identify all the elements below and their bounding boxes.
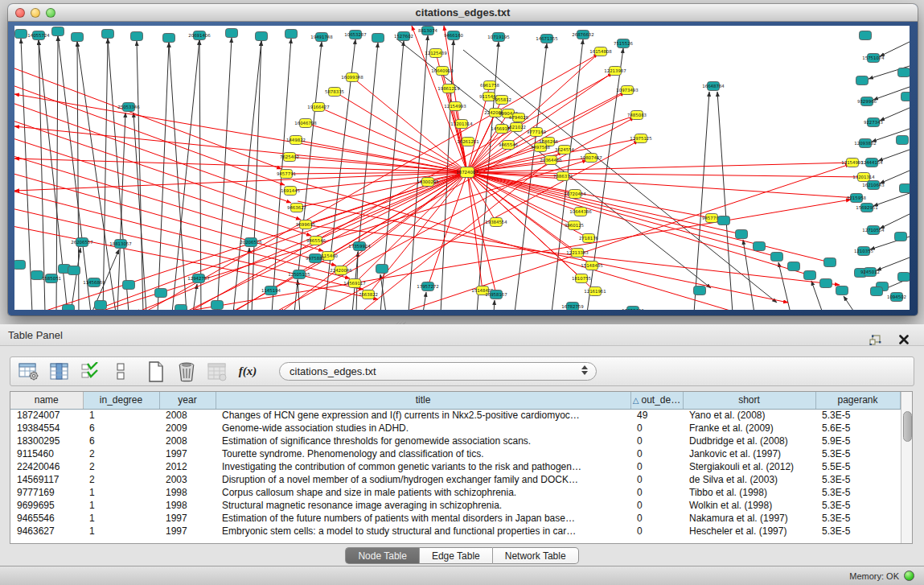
graph-node[interactable] [226, 29, 238, 38]
minimize-window-button[interactable] [31, 8, 40, 18]
graph-node[interactable]: 12213987 [604, 67, 626, 76]
column-header-short[interactable]: short [683, 392, 815, 409]
graph-node[interactable] [856, 76, 869, 85]
graph-node[interactable]: 1210355 [854, 247, 873, 256]
column-header-in_degree[interactable]: in_degree [83, 392, 159, 409]
graph-node[interactable]: 18300295 [417, 178, 438, 187]
graph-node[interactable]: 15751074 [862, 54, 885, 63]
network-canvas[interactable]: 1405572420691406194917481065328715276028… [14, 26, 910, 310]
column-header-year[interactable]: year [159, 392, 216, 409]
graph-node[interactable]: 1449822 [286, 136, 306, 145]
tab-node-table[interactable]: Node Table [345, 547, 419, 564]
graph-node[interactable]: 26876632 [572, 31, 593, 39]
graph-node[interactable]: 12923446 [622, 307, 644, 311]
graph-node[interactable] [771, 253, 783, 262]
graph-node[interactable]: 16154808 [589, 47, 612, 56]
graph-node[interactable]: 6794028 [509, 113, 529, 122]
graph-node[interactable]: 1810755 [572, 274, 591, 283]
window-titlebar[interactable]: citations_edges.txt [8, 4, 918, 22]
graph-node[interactable]: 1585051 [42, 274, 61, 283]
network-graph[interactable]: 1405572420691406194917481065328715276028… [14, 26, 910, 310]
graph-node[interactable]: 13201314 [852, 173, 875, 182]
graph-node[interactable]: 10719195 [487, 33, 509, 42]
graph-node[interactable]: 19491748 [310, 33, 333, 42]
graph-node[interactable]: 9960125 [565, 221, 584, 230]
graph-node[interactable]: 9466160 [444, 31, 464, 40]
graph-node[interactable]: 12125439 [425, 49, 447, 58]
graph-node[interactable]: 10653287 [344, 31, 366, 39]
graph-node[interactable]: 16648784 [702, 82, 725, 91]
column-header-title[interactable]: title [216, 392, 630, 409]
zoom-window-button[interactable] [46, 8, 55, 18]
float-panel-icon[interactable] [864, 329, 885, 350]
graph-node[interactable]: 12093832 [854, 139, 876, 148]
graph-node[interactable]: 20206576 [240, 238, 262, 247]
graph-node[interactable] [376, 265, 388, 274]
graph-node[interactable]: 25053346 [117, 103, 140, 112]
graph-node[interactable]: 7663822 [359, 290, 378, 299]
table-scrollbar-thumb[interactable] [903, 411, 912, 442]
graph-node[interactable]: 18813057 [109, 240, 131, 249]
graph-node[interactable] [804, 271, 816, 280]
graph-node[interactable]: 12213383 [566, 249, 588, 257]
row-checks-icon[interactable] [80, 361, 101, 382]
select-columns-icon[interactable] [49, 361, 70, 382]
graph-node[interactable] [871, 287, 883, 296]
graph-node[interactable]: 16782759 [561, 303, 584, 311]
graph-node[interactable] [820, 279, 832, 288]
table-row[interactable]: 2242004622012Investigating the contribut… [10, 460, 900, 473]
graph-node[interactable]: 26206557 [71, 238, 92, 247]
column-header-name[interactable]: name [10, 392, 83, 409]
graph-node[interactable]: 12161961 [584, 287, 606, 296]
graph-node[interactable] [754, 242, 766, 251]
graph-node[interactable] [72, 33, 84, 42]
graph-node[interactable]: 12444154 [860, 159, 883, 167]
graph-node[interactable] [163, 34, 175, 43]
table-row[interactable]: 969969511998Structural magnetic resonanc… [10, 499, 900, 512]
stacked-cells-icon[interactable] [110, 361, 131, 382]
graph-node[interactable] [14, 261, 26, 270]
graph-node[interactable]: 11456869 [83, 278, 105, 287]
graph-node[interactable] [211, 301, 224, 310]
graph-node[interactable]: 15692951 [856, 204, 877, 212]
table-row[interactable]: 1456911722003Disruption of a novel membe… [10, 473, 900, 486]
graph-node[interactable]: 12975125 [630, 134, 651, 143]
close-window-button[interactable] [15, 8, 25, 18]
close-icon[interactable] [893, 329, 914, 350]
graph-node[interactable]: 12154993 [444, 102, 466, 111]
graph-node[interactable]: 7955812 [492, 96, 511, 105]
graph-node[interactable] [175, 305, 187, 311]
graph-node[interactable]: 7485083 [627, 111, 647, 120]
graph-node[interactable]: 14569117 [343, 279, 365, 288]
graph-node[interactable]: 9463627 [287, 204, 306, 212]
graph-node[interactable]: 19861219 [437, 84, 460, 93]
graph-node[interactable] [694, 286, 706, 295]
graph-node[interactable] [898, 273, 910, 282]
graph-node[interactable]: 19384554 [485, 218, 507, 227]
graph-node[interactable] [736, 230, 748, 239]
graph-node[interactable] [285, 30, 298, 39]
graph-node[interactable] [256, 32, 268, 41]
graph-node[interactable]: 10644386 [569, 208, 592, 216]
graph-node[interactable] [897, 136, 909, 145]
graph-node[interactable]: 9457791 [277, 170, 296, 179]
graph-node[interactable]: 12942757 [187, 274, 209, 283]
graph-node[interactable]: 16958167 [485, 290, 507, 299]
graph-node[interactable] [901, 93, 910, 101]
graph-node[interactable] [836, 286, 848, 295]
tab-edge-table[interactable]: Edge Table [419, 547, 492, 564]
graph-node[interactable] [895, 233, 907, 241]
graph-node[interactable]: 6961758 [480, 81, 500, 90]
graph-node[interactable] [788, 262, 800, 271]
column-header-pagerank[interactable]: pagerank [815, 392, 900, 409]
graph-node[interactable]: 2718176 [579, 234, 599, 243]
table-row[interactable]: 911546021997Tourette syndrome. Phenomeno… [10, 447, 900, 460]
graph-node[interactable]: 22420046 [330, 266, 352, 275]
graph-node[interactable] [15, 30, 27, 39]
graph-node[interactable]: 9227343 [864, 118, 883, 127]
graph-node[interactable] [898, 68, 910, 77]
graph-node[interactable]: 9329966 [857, 97, 877, 106]
graph-node[interactable] [860, 31, 872, 40]
graph-node[interactable]: 3624554 [555, 146, 575, 154]
table-row[interactable]: 1872400712008Changes of HCN gene express… [10, 409, 900, 422]
